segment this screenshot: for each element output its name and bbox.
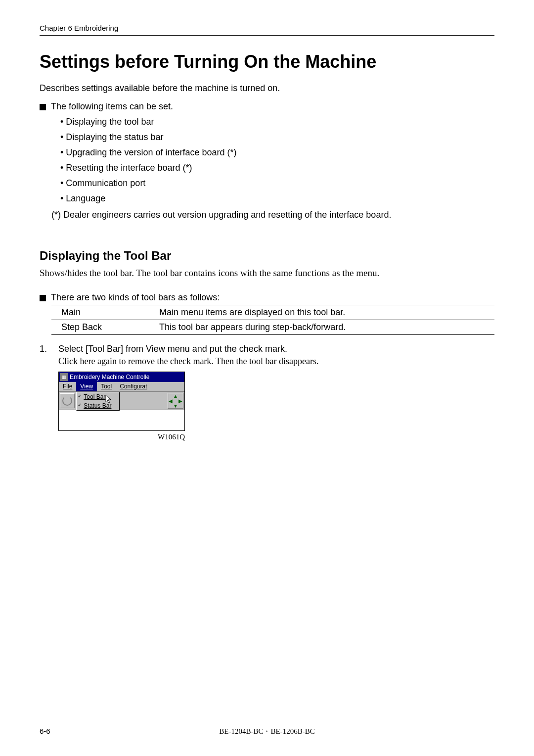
table-intro-text: There are two kinds of tool bars as foll… [51,292,220,303]
step-1: 1. Select [Tool Bar] from View menu and … [40,344,494,367]
nav-pad-button[interactable]: ▲ ◀▶ ▼ [168,393,183,408]
menu-bar: File View ✓ Tool Bar ✓ Status Bar [59,382,184,392]
list-item: • Language [60,193,494,204]
nav-pad-icon: ▲ ◀▶ ▼ [168,393,183,408]
table-cell: Main [51,305,155,320]
menu-configurat-label: Configurat [120,383,147,390]
table-row: Main Main menu items are displayed on th… [51,305,494,320]
menu-tool-label: Tool [101,383,112,390]
window-title-text: Embroidery Machine Controlle [70,374,149,380]
nav-button-group: ▲ ◀▶ ▼ [168,393,183,409]
table-intro-row: There are two kinds of tool bars as foll… [40,292,494,303]
screenshot-figure: ▦ Embroidery Machine Controlle File View… [58,372,185,441]
square-bullet-icon [40,295,46,301]
page-footer: 6-6 BE-1204B-BC・BE-1206B-BC [40,727,494,735]
menu-file-label: File [63,383,72,390]
section-description: Shows/hides the tool bar. The tool bar c… [40,268,494,279]
toolbar-kinds-table: Main Main menu items are displayed on th… [51,305,494,335]
can-be-set-row: The following items can be set. [40,101,494,112]
table-cell: This tool bar appears during step-back/f… [155,320,494,335]
step-subtext: Click here again to remove the check mar… [58,356,494,367]
list-item: • Resetting the interface board (*) [60,163,494,173]
table-row: Step Back This tool bar appears during s… [51,320,494,335]
step-text: Select [Tool Bar] from View menu and put… [58,344,494,354]
chapter-header: Chapter 6 Embroidering [40,24,494,36]
cursor-icon [105,395,112,404]
list-item: • Displaying the tool bar [60,117,494,127]
menu-view-label: View [80,383,93,390]
figure-label: W1061Q [58,433,185,441]
table-cell: Step Back [51,320,155,335]
refresh-button[interactable] [60,393,75,408]
menu-file[interactable]: File [59,382,76,391]
view-dropdown: ✓ Tool Bar ✓ Status Bar [76,392,120,411]
dropdown-toolbar-label: Tool Bar [84,393,105,400]
settings-bullet-list: • Displaying the tool bar • Displaying t… [60,117,494,204]
refresh-icon [62,396,72,406]
dropdown-item-statusbar[interactable]: ✓ Status Bar [77,401,119,410]
content-area [59,410,184,430]
step-number: 1. [40,344,58,367]
app-icon: ▦ [60,373,68,381]
dropdown-item-toolbar[interactable]: ✓ Tool Bar [77,392,119,401]
list-item: • Displaying the status bar [60,132,494,142]
menu-tool[interactable]: Tool [97,382,116,391]
menu-configurat[interactable]: Configurat [116,382,151,391]
square-bullet-icon [40,104,46,110]
check-icon: ✓ [78,402,82,408]
list-item: • Upgrading the version of interface boa… [60,147,494,158]
footer-models: BE-1204B-BC・BE-1206B-BC [40,727,494,736]
app-window: ▦ Embroidery Machine Controlle File View… [58,372,185,431]
table-cell: Main menu items are displayed on this to… [155,305,494,320]
check-icon: ✓ [78,393,82,399]
section-heading: Displaying the Tool Bar [40,249,494,263]
page-title: Settings before Turning On the Machine [40,51,494,72]
can-be-set-heading: The following items can be set. [51,101,173,112]
window-titlebar[interactable]: ▦ Embroidery Machine Controlle [59,372,184,382]
list-item: • Communication port [60,178,494,189]
dealer-note: (*) Dealer engineers carries out version… [51,210,494,220]
intro-text: Describes settings available before the … [40,83,494,94]
menu-view[interactable]: View ✓ Tool Bar ✓ Status Bar [76,382,97,391]
